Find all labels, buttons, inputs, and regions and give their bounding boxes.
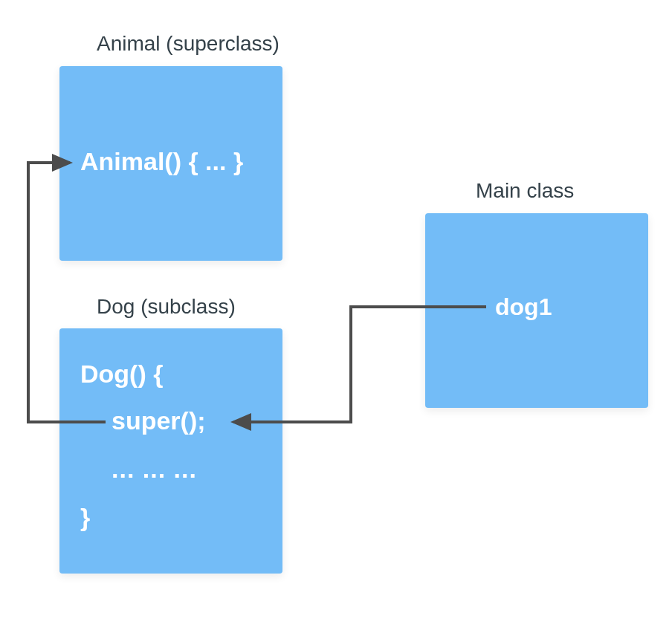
animal-constructor-text: Animal() { ... }: [80, 147, 243, 176]
dog-super-call-text: super();: [112, 406, 206, 435]
dog-constructor-open-text: Dog() {: [80, 360, 163, 389]
dog-class-label: Dog (subclass): [97, 295, 236, 319]
dog-body-placeholder-text: ... ... ...: [112, 455, 197, 484]
dog-constructor-close-text: }: [80, 503, 90, 532]
animal-class-label: Animal (superclass): [97, 32, 280, 56]
main-object-name-text: dog1: [495, 293, 552, 321]
diagram-stage: Animal (superclass) Animal() { ... } Dog…: [0, 0, 672, 630]
main-class-label: Main class: [476, 179, 574, 203]
